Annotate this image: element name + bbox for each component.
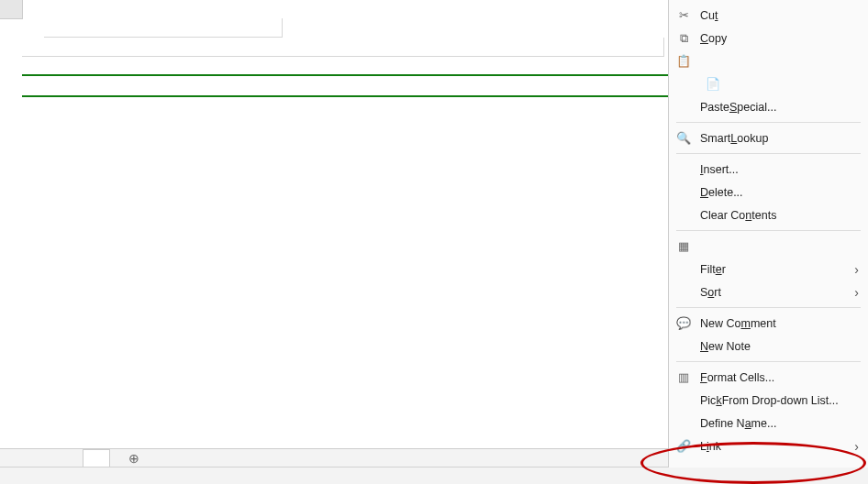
paste-default-icon: 📄 (706, 77, 720, 92)
quick-analysis-icon: ▦ (676, 239, 691, 254)
menu-copy[interactable]: ⧉Copy (669, 27, 868, 50)
select-all-corner[interactable] (0, 0, 23, 19)
paste-icon: 📋 (676, 54, 691, 69)
menu-smart-lookup[interactable]: 🔍Smart Lookup (669, 126, 868, 149)
format-cells-icon: ▥ (676, 370, 691, 385)
cut-icon: ✂ (676, 8, 691, 23)
menu-insert[interactable]: Insert... (669, 158, 868, 181)
brand-text (44, 18, 283, 38)
sheet-tab[interactable] (83, 449, 110, 468)
menu-new-comment[interactable]: 💬New Comment (669, 312, 868, 335)
menu-new-note[interactable]: New Note (669, 335, 868, 358)
menu-link[interactable]: 🔗Link (669, 434, 868, 457)
menu-filter[interactable]: Filter (669, 258, 868, 280)
menu-pick-list[interactable]: Pick From Drop-down List... (669, 389, 868, 412)
column-headers (0, 0, 23, 18)
menu-clear-contents[interactable]: Clear Contents (669, 204, 868, 226)
search-icon: 🔍 (676, 131, 691, 146)
menu-cut[interactable]: ✂Cut (669, 4, 868, 27)
sheet-title (22, 38, 664, 57)
menu-format-cells[interactable]: ▥Format Cells... (669, 366, 868, 389)
context-menu: ✂Cut ⧉Copy 📋 📄 Paste Special... 🔍Smart L… (668, 0, 868, 468)
menu-paste-default[interactable]: 📄 (669, 72, 868, 95)
menu-paste-options: 📋 (669, 50, 868, 72)
add-sheet-button[interactable]: ⊕ (116, 449, 152, 468)
link-icon: 🔗 (676, 439, 691, 454)
copy-icon: ⧉ (676, 31, 691, 46)
status-bar (0, 467, 868, 484)
comment-icon: 💬 (676, 316, 691, 331)
menu-paste-special[interactable]: Paste Special... (669, 95, 868, 118)
menu-define-name[interactable]: Define Name... (669, 412, 868, 434)
menu-delete[interactable]: Delete... (669, 181, 868, 204)
menu-sort[interactable]: Sort (669, 280, 868, 303)
menu-quick-analysis: ▦ (669, 235, 868, 258)
